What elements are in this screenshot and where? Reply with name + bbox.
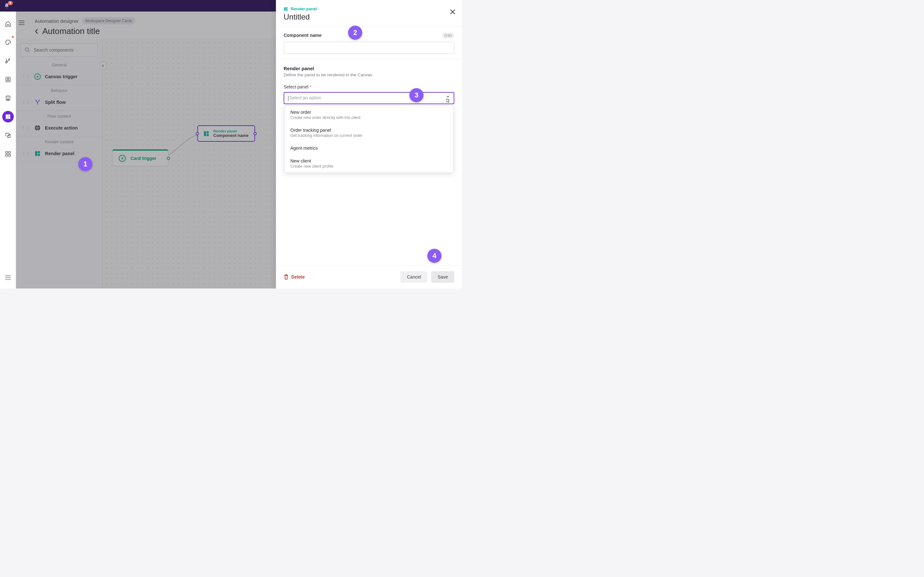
output-port[interactable] — [254, 132, 257, 135]
svg-point-14 — [7, 276, 8, 276]
svg-rect-25 — [35, 151, 37, 156]
render-panel-section: Render panel Define the panel to be rend… — [276, 60, 462, 110]
option-desc: Create new order directly with the clien… — [290, 115, 447, 120]
svg-rect-26 — [38, 151, 40, 153]
search-components[interactable] — [21, 43, 98, 57]
component-label: Render panel — [45, 151, 74, 156]
select-panel-dropdown[interactable]: Select an option New order Create new or… — [284, 92, 454, 104]
char-count: 0/40 — [442, 33, 454, 39]
node-label: Card trigger — [131, 156, 156, 161]
svg-rect-9 — [5, 152, 7, 153]
close-button[interactable] — [450, 9, 456, 15]
annotation-4: 4 — [427, 249, 441, 263]
breadcrumb-tag[interactable]: Workspace Designer Cards — [82, 17, 136, 24]
cursor-icon — [446, 98, 451, 103]
breadcrumb-section[interactable]: Automation designer — [35, 18, 79, 24]
config-type-row: Render panel — [284, 6, 454, 11]
svg-point-0 — [6, 42, 7, 42]
split-icon — [33, 98, 42, 106]
contacts-icon — [5, 76, 11, 83]
building-icon — [5, 95, 11, 101]
option-agent-metrics[interactable]: Agent metrics — [284, 142, 453, 155]
notifications-button[interactable]: 8 — [4, 3, 10, 9]
panel-icon — [203, 131, 210, 137]
node-render-panel[interactable]: Render panel Component name — [197, 125, 255, 142]
collapse-sidebar[interactable] — [100, 62, 106, 69]
component-name-input[interactable] — [284, 42, 454, 54]
option-order-tracking[interactable]: Order tracking panel Get tracking inform… — [284, 124, 453, 142]
grid-icon — [5, 151, 11, 157]
rail-launcher[interactable] — [2, 272, 14, 284]
globe-icon — [33, 124, 42, 132]
component-execute-action[interactable]: ⋮⋮ Execute action — [16, 120, 102, 136]
drag-handle-icon: ⋮⋮ — [21, 151, 30, 156]
config-title: Untitled — [284, 13, 454, 21]
cancel-button[interactable]: Cancel — [401, 271, 427, 283]
group-flow-content: Flow content — [16, 114, 102, 119]
component-label: Canvas trigger — [45, 74, 78, 79]
rail-apps[interactable] — [2, 148, 14, 160]
option-title: New order — [290, 110, 447, 115]
rail-panels[interactable] — [2, 111, 14, 122]
section-desc: Define the panel to be rendered in the C… — [284, 73, 454, 77]
rail-contacts[interactable] — [2, 74, 14, 85]
config-header: Render panel Untitled — [276, 0, 462, 27]
svg-point-21 — [9, 279, 10, 280]
section-title: Render panel — [284, 66, 454, 71]
apps-grid-icon — [5, 274, 11, 281]
notification-count-badge: 8 — [8, 1, 13, 5]
rail-compose[interactable] — [2, 129, 14, 141]
option-title: Order tracking panel — [290, 127, 447, 133]
config-footer: Delete Cancel Save — [276, 265, 462, 288]
group-behavior: Behavior — [16, 88, 102, 93]
svg-point-18 — [9, 277, 10, 278]
svg-point-1 — [8, 41, 8, 41]
svg-point-4 — [7, 78, 9, 80]
rail-building[interactable] — [2, 92, 14, 104]
node-card-trigger[interactable]: Card trigger — [112, 149, 168, 166]
save-button[interactable]: Save — [431, 271, 454, 283]
option-title: Agent metrics — [290, 145, 447, 151]
option-new-order[interactable]: New order Create new order directly with… — [284, 106, 453, 124]
component-label: Split flow — [45, 100, 65, 105]
component-name-label: Component name — [284, 33, 321, 38]
annotation-1: 1 — [78, 157, 92, 171]
svg-rect-10 — [8, 152, 10, 153]
drag-handle-icon: ⋮⋮ — [21, 100, 30, 105]
option-desc: Get tracking information on current orde… — [290, 133, 447, 138]
svg-rect-30 — [207, 131, 209, 133]
home-icon — [5, 21, 11, 27]
chevron-up-down-icon — [446, 95, 450, 101]
back-button[interactable] — [35, 29, 39, 34]
component-label: Execute action — [45, 125, 78, 131]
svg-rect-32 — [284, 7, 286, 11]
search-icon — [25, 47, 31, 53]
compose-icon — [5, 132, 11, 139]
svg-rect-27 — [38, 154, 40, 156]
svg-rect-7 — [8, 114, 10, 116]
svg-point-15 — [9, 276, 10, 276]
option-new-client[interactable]: New client Create new client profile — [284, 155, 453, 172]
rail-branches[interactable] — [2, 55, 14, 67]
option-title: New client — [290, 158, 447, 163]
component-split-flow[interactable]: ⋮⋮ Split flow — [16, 94, 102, 111]
svg-point-22 — [25, 48, 29, 51]
search-input[interactable] — [34, 47, 94, 53]
config-type-label: Render panel — [291, 6, 317, 11]
delete-button[interactable]: Delete — [284, 274, 305, 280]
svg-point-13 — [5, 276, 6, 276]
panel-icon — [284, 7, 288, 11]
panels-icon — [5, 114, 11, 119]
group-render-content: Render content — [16, 139, 102, 144]
menu-toggle[interactable] — [19, 21, 24, 25]
output-port[interactable] — [167, 157, 170, 160]
palette-icon — [5, 39, 11, 45]
input-port[interactable] — [196, 132, 199, 135]
svg-point-16 — [5, 277, 6, 278]
svg-rect-33 — [286, 7, 288, 9]
svg-point-20 — [7, 279, 8, 280]
rail-paint[interactable] — [2, 37, 14, 48]
play-circle-icon — [33, 73, 42, 81]
component-canvas-trigger[interactable]: ⋮⋮ Canvas trigger — [16, 69, 102, 85]
rail-home[interactable] — [2, 18, 14, 29]
